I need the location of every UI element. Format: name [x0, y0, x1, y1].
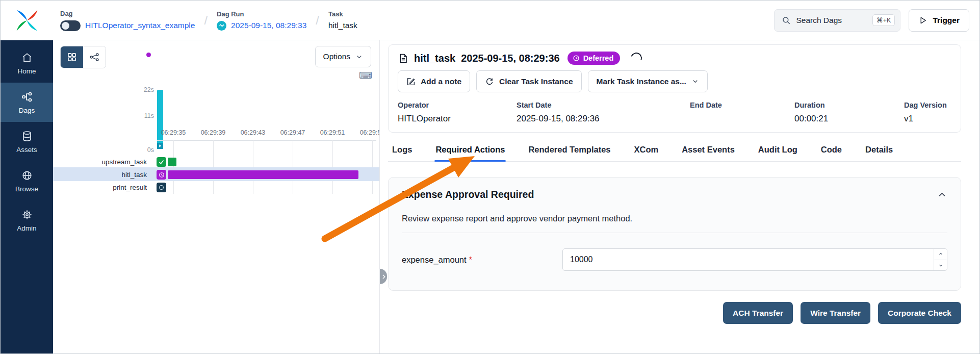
time-tick: 06:29:55	[352, 129, 380, 136]
add-note-button[interactable]: Add a note	[398, 70, 470, 92]
chevron-down-icon	[355, 53, 363, 61]
task-state-square-success[interactable]	[157, 157, 166, 167]
clear-label: Clear Task Instance	[499, 77, 573, 86]
sidebar-item-label: Admin	[17, 224, 36, 232]
task-state-square-deferred[interactable]	[157, 170, 166, 180]
time-tick: 06:29:43	[233, 129, 273, 136]
meta-value: HITLOperator	[398, 114, 517, 124]
task-instance-header-card: hitl_task 2025-09-15, 08:29:36 Deferred …	[388, 44, 961, 133]
graph-view-button[interactable]	[83, 46, 106, 68]
view-toggle-group	[60, 46, 106, 68]
dag-pause-toggle[interactable]	[60, 20, 81, 31]
dags-icon	[21, 91, 33, 103]
options-label: Options	[323, 52, 350, 61]
chevron-down-icon	[691, 78, 699, 85]
task-value: hitl_task	[328, 21, 357, 30]
dag-run-label: Dag Run	[217, 10, 306, 18]
sidebar-item-label: Browse	[15, 185, 38, 193]
stepper-down-button[interactable]	[934, 260, 947, 271]
mark-task-instance-as-button[interactable]: Mark Task Instance as...	[588, 70, 708, 92]
sidebar-item-dags[interactable]: Dags	[1, 83, 53, 122]
sidebar: Home Dags Assets Browse Admin	[1, 1, 53, 353]
task-instance-panel: hitl_task 2025-09-15, 08:29:36 Deferred …	[380, 40, 979, 353]
gantt-task-label[interactable]: hitl_task	[53, 168, 151, 181]
meta-label: Duration	[794, 101, 904, 109]
trigger-label: Trigger	[933, 16, 960, 25]
meta-label: Operator	[398, 101, 517, 109]
airflow-logo[interactable]	[1, 1, 53, 40]
search-dags-button[interactable]: Search Dags ⌘+K	[774, 9, 900, 32]
chevron-up-icon[interactable]	[937, 189, 947, 200]
gantt-bar-upstream[interactable]	[168, 158, 176, 166]
required-marker: *	[469, 255, 472, 264]
duration-tick: 11s	[128, 112, 154, 119]
task-state-square-scheduled[interactable]	[157, 183, 166, 192]
state-badge: Deferred	[568, 52, 621, 65]
ach-transfer-button[interactable]: ACH Transfer	[723, 302, 793, 324]
tab-rendered-templates[interactable]: Rendered Templates	[527, 140, 611, 161]
required-action-description: Review expense report and approve vendor…	[402, 214, 947, 223]
duration-tick: 0s	[128, 146, 154, 154]
meta-label: Dag Version	[904, 101, 951, 109]
tab-details[interactable]: Details	[864, 140, 894, 161]
clear-task-instance-button[interactable]: Clear Task Instance	[476, 70, 581, 92]
tab-audit-log[interactable]: Audit Log	[757, 140, 798, 161]
meta-value: v1	[904, 114, 951, 124]
gantt-bar-hitl[interactable]	[168, 170, 358, 179]
corporate-check-button[interactable]: Corporate Check	[878, 302, 961, 324]
breadcrumb-separator: /	[316, 13, 319, 28]
keyboard-shortcuts-icon[interactable]: ⌨	[359, 70, 372, 81]
assets-icon	[21, 131, 33, 142]
home-icon	[21, 52, 33, 63]
note-pencil-icon	[406, 77, 416, 86]
play-icon	[918, 16, 927, 25]
card-divider	[402, 233, 947, 233]
duration-tick: 22s	[128, 86, 154, 93]
gear-icon	[21, 209, 33, 220]
tab-asset-events[interactable]: Asset Events	[681, 140, 736, 161]
gantt-task-label[interactable]: print_result	[53, 181, 151, 194]
task-instance-run-date: 2025-09-15, 08:29:36	[461, 53, 559, 64]
browse-icon	[21, 170, 33, 181]
meta-label: Start Date	[517, 101, 690, 109]
main-area: Dag HITLOperator_syntax_example / Dag Ru…	[53, 1, 979, 353]
search-placeholder: Search Dags	[796, 16, 867, 25]
run-state-dot	[146, 53, 151, 57]
dag-run-state-icon	[217, 21, 226, 31]
tab-logs[interactable]: Logs	[391, 140, 413, 161]
meta-value	[690, 114, 794, 124]
graph-icon	[89, 52, 99, 62]
meta-value: 00:00:21	[794, 114, 904, 124]
sidebar-item-assets[interactable]: Assets	[1, 122, 53, 161]
stepper-up-button[interactable]	[934, 249, 947, 260]
sidebar-item-label: Dags	[19, 107, 35, 114]
sidebar-nav: Home Dags Assets Browse Admin	[1, 40, 53, 353]
wire-transfer-button[interactable]: Wire Transfer	[801, 302, 870, 324]
options-button[interactable]: Options	[315, 46, 371, 67]
toggle-knob	[62, 22, 69, 30]
time-tick: 06:29:35	[153, 129, 194, 136]
sidebar-item-label: Assets	[16, 146, 37, 154]
breadcrumb-bar: Dag HITLOperator_syntax_example / Dag Ru…	[53, 1, 979, 40]
required-action-title: Expense Approval Required	[402, 189, 534, 200]
dag-run-link[interactable]: 2025-09-15, 08:29:33	[231, 21, 306, 30]
sidebar-item-admin[interactable]: Admin	[1, 200, 53, 240]
gantt-task-label[interactable]: upstream_task	[53, 156, 151, 168]
task-instance-name: hitl_task	[414, 53, 455, 64]
tab-required-actions[interactable]: Required Actions	[434, 140, 506, 161]
sidebar-item-browse[interactable]: Browse	[1, 161, 53, 200]
tab-xcom[interactable]: XCom	[633, 140, 660, 161]
sidebar-item-home[interactable]: Home	[1, 43, 53, 83]
expense-amount-input[interactable]	[562, 248, 947, 271]
search-shortcut-badge: ⌘+K	[872, 14, 895, 26]
grid-view-button[interactable]	[61, 46, 83, 68]
chevron-up-icon	[938, 251, 943, 257]
tab-code[interactable]: Code	[820, 140, 843, 161]
trigger-button[interactable]: Trigger	[909, 9, 969, 32]
chevron-down-icon	[938, 263, 943, 268]
task-instance-tabs: Logs Required Actions Rendered Templates…	[388, 140, 961, 162]
dag-link[interactable]: HITLOperator_syntax_example	[85, 21, 195, 30]
time-axis	[157, 140, 376, 141]
refresh-icon	[485, 77, 494, 86]
grid-panel: Options ⌨ 22s 11s 0s 06:29:35 06:29:39 0…	[53, 40, 380, 353]
